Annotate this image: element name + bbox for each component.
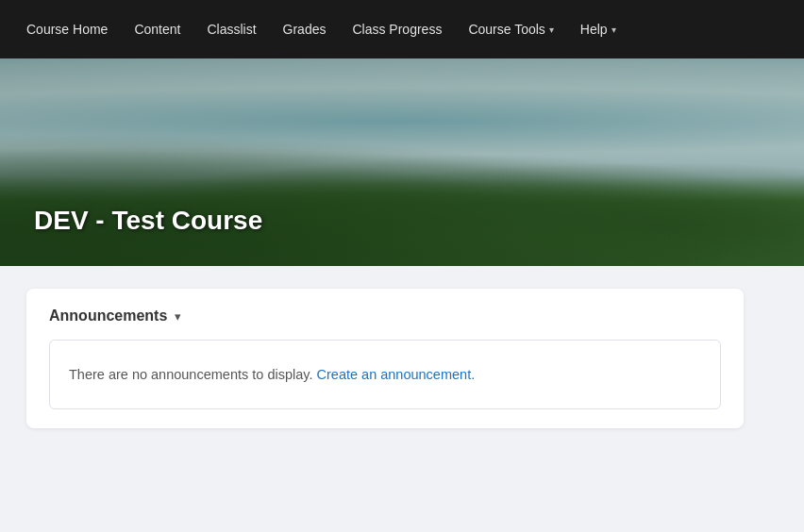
nav-chevron-help: ▾ [611,25,616,35]
nav-item-course-tools[interactable]: Course Tools▾ [457,14,564,44]
nav-item-course-home[interactable]: Course Home [15,14,119,44]
nav-item-content[interactable]: Content [123,14,192,44]
announcements-heading: Announcements [49,308,167,324]
nav-item-classlist[interactable]: Classlist [195,14,267,44]
nav-chevron-course-tools: ▾ [549,25,554,35]
main-content: Announcements ▾ There are no announcemen… [0,266,804,451]
announcements-content-box: There are no announcements to display. C… [49,340,721,409]
nav-item-class-progress[interactable]: Class Progress [341,14,453,44]
empty-message-text: There are no announcements to display. [69,367,312,382]
create-announcement-link[interactable]: Create an announcement. [317,367,476,382]
announcements-chevron-icon: ▾ [175,309,181,324]
announcements-toggle[interactable]: Announcements ▾ [49,308,721,324]
no-announcements-text: There are no announcements to display. C… [69,367,475,382]
nav-item-help[interactable]: Help▾ [569,14,628,44]
main-nav: Course HomeContentClasslistGradesClass P… [0,0,804,58]
hero-banner: DEV - Test Course [0,58,804,266]
nav-item-grades[interactable]: Grades [272,14,338,44]
course-title: DEV - Test Course [34,206,262,236]
announcements-card: Announcements ▾ There are no announcemen… [26,289,744,428]
